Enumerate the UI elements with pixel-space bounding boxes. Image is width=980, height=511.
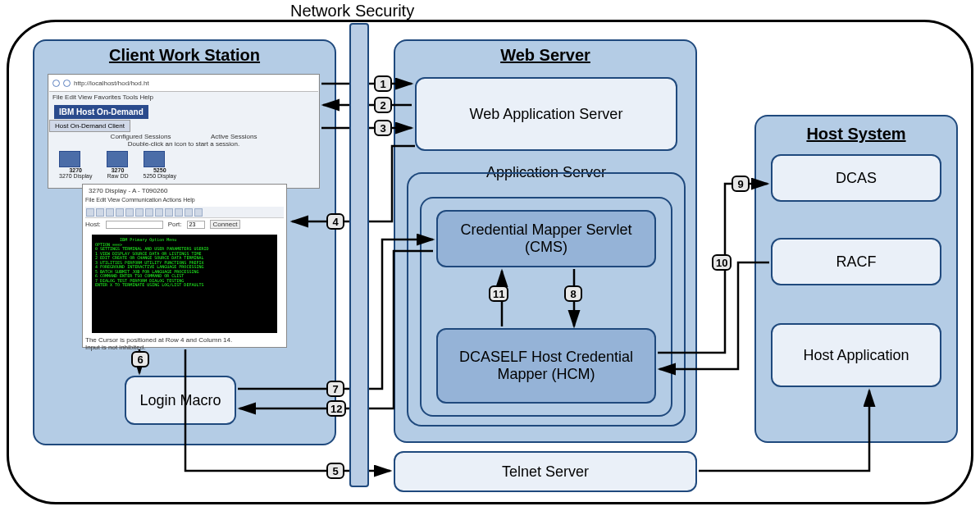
host-app-box: Host Application xyxy=(771,323,941,387)
terminal-toolbar xyxy=(85,207,284,218)
session-icons: 32703270 Display 3270Raw DD 52505250 Dis… xyxy=(59,151,176,179)
forward-icon xyxy=(63,80,71,87)
step-3: 3 xyxy=(374,120,392,136)
hod-tab: Host On-Demand Client xyxy=(49,120,130,132)
telnet-box: Telnet Server xyxy=(394,451,697,492)
diagram-title: Network Security xyxy=(290,2,414,21)
browser-menu: File Edit View Favorites Tools Help xyxy=(49,92,318,103)
step-4: 4 xyxy=(326,213,344,230)
step-5: 5 xyxy=(326,463,344,479)
webserver-title: Web Server xyxy=(395,46,695,65)
browser-addressbar: http://localhost/hod/hod.ht xyxy=(49,75,318,92)
sessions-header: Configured Sessions Active Sessions Doub… xyxy=(49,133,318,148)
connect-button: Connect xyxy=(210,220,241,229)
step-12: 12 xyxy=(326,400,346,417)
dcas-box: DCAS xyxy=(771,154,941,202)
terminal-status: The Cursor is positioned at Row 4 and Co… xyxy=(85,336,232,351)
step-10: 10 xyxy=(712,254,732,271)
browser-url: http://localhost/hod/hod.ht xyxy=(74,80,149,87)
step-8: 8 xyxy=(564,285,582,302)
terminal-menu: File Edit View Communication Actions Hel… xyxy=(85,197,195,203)
step-7: 7 xyxy=(326,381,344,397)
session-icon: 52505250 Display xyxy=(144,151,176,179)
port-input xyxy=(187,221,205,229)
host-title: Host System xyxy=(756,125,956,144)
step-6: 6 xyxy=(131,351,149,367)
was-box: Web Application Server xyxy=(415,77,677,151)
login-macro-box: Login Macro xyxy=(125,376,236,425)
client-title: Client Work Station xyxy=(34,46,335,65)
terminal-hostrow: Host: Port: Connect xyxy=(85,220,284,229)
host-input xyxy=(106,221,163,229)
terminal-title: 3270 Display - A - T090260 xyxy=(89,187,167,194)
racf-box: RACF xyxy=(771,238,941,285)
terminal-screen: IBM Primary Option Menu OPTION ===> _ 0 … xyxy=(92,235,277,333)
cms-box: Credential Mapper Servlet (CMS) xyxy=(436,210,656,267)
step-11: 11 xyxy=(489,285,508,302)
hod-badge: IBM Host On-Demand xyxy=(54,105,148,119)
hcm-box: DCASELF Host Credential Mapper (HCM) xyxy=(436,328,656,404)
session-icon: 32703270 Display xyxy=(59,151,92,179)
session-icon: 3270Raw DD xyxy=(107,151,128,179)
step-2: 2 xyxy=(374,97,392,113)
step-1: 1 xyxy=(374,75,392,92)
step-9: 9 xyxy=(732,176,750,192)
network-security-bar xyxy=(349,23,369,487)
back-icon xyxy=(52,80,60,87)
